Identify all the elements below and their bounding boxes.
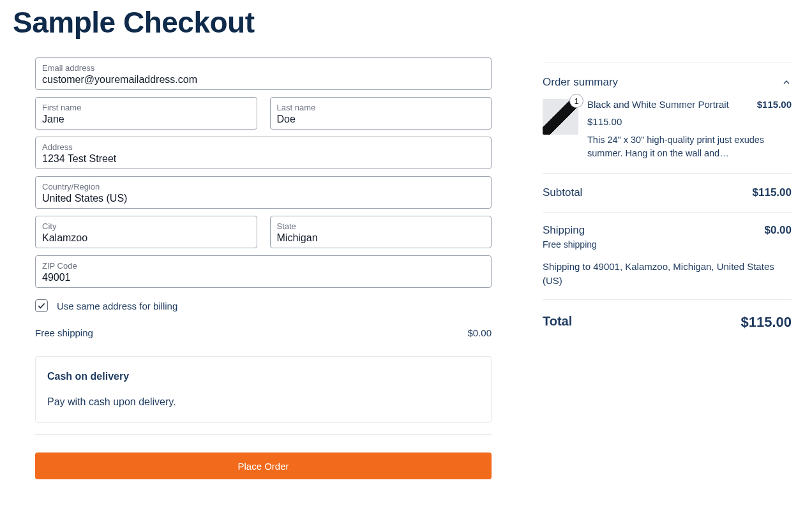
zip-input[interactable] (42, 272, 485, 283)
payment-method-title: Cash on delivery (47, 371, 479, 382)
total-row: Total $115.00 (543, 300, 792, 345)
same-billing-checkbox[interactable] (35, 299, 48, 312)
check-icon (37, 301, 46, 310)
email-label: Email address (42, 63, 485, 73)
same-billing-label: Use same address for billing (57, 301, 177, 311)
city-field-wrapper[interactable]: City (35, 216, 257, 248)
product-unit-price: $115.00 (587, 116, 792, 127)
place-order-button[interactable]: Place Order (35, 452, 492, 479)
email-input[interactable] (42, 74, 485, 86)
shipping-row: Shipping $0.00 Free shipping Shipping to… (543, 213, 792, 299)
state-field-wrapper[interactable]: State (270, 216, 492, 248)
first-name-label: First name (42, 103, 250, 112)
checkout-form: Email address First name Last name Addre… (13, 57, 492, 479)
zip-field-wrapper[interactable]: ZIP Code (35, 255, 492, 288)
country-field-wrapper[interactable]: Country/Region (35, 176, 492, 209)
state-label: State (277, 221, 485, 231)
country-label: Country/Region (42, 182, 485, 191)
payment-method-description: Pay with cash upon delivery. (47, 396, 479, 408)
subtotal-value: $115.00 (753, 186, 792, 199)
address-field-wrapper[interactable]: Address (35, 137, 492, 169)
order-item: 1 Black and White Summer Portrait $115.0… (543, 94, 792, 173)
last-name-label: Last name (277, 103, 485, 112)
order-summary-panel: Order summary 1 Black and White Summer P… (543, 57, 792, 479)
shipping-option-price: $0.00 (467, 327, 492, 338)
order-summary-title: Order summary (543, 76, 618, 89)
last-name-field-wrapper[interactable]: Last name (270, 97, 492, 130)
shipping-label: Shipping (543, 224, 585, 237)
payment-method-box: Cash on delivery Pay with cash upon deli… (35, 356, 492, 423)
quantity-badge: 1 (569, 94, 583, 108)
first-name-field-wrapper[interactable]: First name (35, 97, 257, 130)
total-label: Total (543, 314, 572, 331)
shipping-to-text: Shipping to 49001, Kalamzoo, Michigan, U… (543, 260, 792, 288)
chevron-up-icon (781, 77, 792, 87)
email-field-wrapper[interactable]: Email address (35, 57, 492, 90)
shipping-value: $0.00 (764, 224, 792, 237)
shipping-sub-label: Free shipping (543, 239, 792, 250)
order-summary-toggle[interactable]: Order summary (543, 63, 792, 94)
subtotal-row: Subtotal $115.00 (543, 174, 792, 212)
city-input[interactable] (42, 232, 250, 244)
city-label: City (42, 221, 250, 231)
divider (35, 434, 492, 435)
product-line-price: $115.00 (757, 99, 792, 110)
subtotal-label: Subtotal (543, 186, 582, 199)
total-value: $115.00 (741, 314, 792, 331)
first-name-input[interactable] (42, 114, 250, 125)
last-name-input[interactable] (277, 114, 485, 125)
country-input[interactable] (42, 193, 485, 204)
product-description: This 24" x 30" high-quality print just e… (587, 133, 792, 160)
page-title: Sample Checkout (13, 5, 812, 40)
address-input[interactable] (42, 153, 485, 165)
address-label: Address (42, 142, 485, 152)
zip-label: ZIP Code (42, 261, 485, 271)
state-input[interactable] (277, 232, 485, 244)
shipping-option-row: Free shipping $0.00 (35, 327, 492, 338)
product-name: Black and White Summer Portrait (587, 99, 729, 110)
shipping-option-label: Free shipping (35, 327, 93, 338)
